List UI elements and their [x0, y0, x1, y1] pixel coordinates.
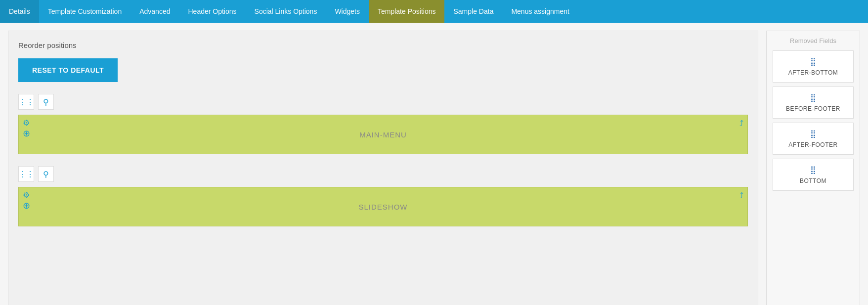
nav-item-menus-assignment[interactable]: Menus assignment: [502, 0, 578, 23]
move-icon-slideshow[interactable]: ⤴: [739, 191, 743, 200]
nav-item-details[interactable]: Details: [0, 0, 39, 23]
row2-grid-icon[interactable]: ⋮⋮: [18, 166, 34, 182]
slideshow-label: SLIDESHOW: [25, 203, 741, 211]
removed-item-bottom[interactable]: BOTTOM: [773, 159, 854, 191]
row2-settings-icon[interactable]: ⚲: [38, 166, 54, 182]
removed-item-label-bottom: BOTTOM: [800, 177, 826, 184]
removed-item-before-footer[interactable]: BEFORE-FOOTER: [773, 87, 854, 119]
removed-fields-panel: Removed Fields AFTER-BOTTOMBEFORE-FOOTER…: [766, 31, 860, 305]
plus-icon-main-menu[interactable]: ⊕: [23, 129, 30, 138]
top-navigation: DetailsTemplate CustomizationAdvancedHea…: [0, 0, 868, 23]
row1-settings-icon[interactable]: ⚲: [38, 94, 54, 110]
nav-item-social-links[interactable]: Social Links Options: [246, 0, 326, 23]
positions-panel: Reorder positions RESET TO DEFAULT ⋮⋮ ⚲ …: [8, 31, 758, 305]
row2-controls: ⋮⋮ ⚲: [18, 166, 748, 182]
row1-grid-icon[interactable]: ⋮⋮: [18, 94, 34, 110]
removed-item-after-footer[interactable]: AFTER-FOOTER: [773, 123, 854, 155]
grid-icon-bottom: [810, 165, 816, 174]
nav-item-template-positions[interactable]: Template Positions: [369, 0, 445, 23]
nav-item-sample-data[interactable]: Sample Data: [444, 0, 502, 23]
grid-icon-after-bottom: [810, 57, 816, 66]
main-content: Reorder positions RESET TO DEFAULT ⋮⋮ ⚲ …: [0, 23, 868, 305]
position-block-main-menu: ⚙ ⊕ MAIN-MENU ⤴: [18, 115, 748, 154]
nav-item-advanced[interactable]: Advanced: [130, 0, 179, 23]
grid-icon-after-footer: [810, 129, 816, 138]
nav-item-header-options[interactable]: Header Options: [179, 0, 245, 23]
position-block-slideshow: ⚙ ⊕ SLIDESHOW ⤴: [18, 187, 748, 226]
removed-item-after-bottom[interactable]: AFTER-BOTTOM: [773, 50, 854, 83]
grid-icon-before-footer: [810, 93, 816, 102]
main-menu-label: MAIN-MENU: [25, 131, 741, 139]
removed-item-label-after-bottom: AFTER-BOTTOM: [788, 69, 838, 76]
nav-item-widgets[interactable]: Widgets: [326, 0, 369, 23]
page-title: Reorder positions: [18, 41, 748, 49]
removed-item-label-after-footer: AFTER-FOOTER: [788, 141, 837, 148]
gear-icon-slideshow[interactable]: ⚙: [23, 191, 30, 199]
row1-controls: ⋮⋮ ⚲: [18, 94, 748, 110]
reset-to-default-button[interactable]: RESET TO DEFAULT: [18, 58, 118, 82]
removed-fields-title: Removed Fields: [773, 37, 854, 44]
removed-item-label-before-footer: BEFORE-FOOTER: [786, 105, 840, 112]
nav-item-template-customization[interactable]: Template Customization: [39, 0, 130, 23]
move-icon-main-menu[interactable]: ⤴: [739, 119, 743, 128]
plus-icon-slideshow[interactable]: ⊕: [23, 201, 30, 210]
gear-icon-main-menu[interactable]: ⚙: [23, 119, 30, 127]
